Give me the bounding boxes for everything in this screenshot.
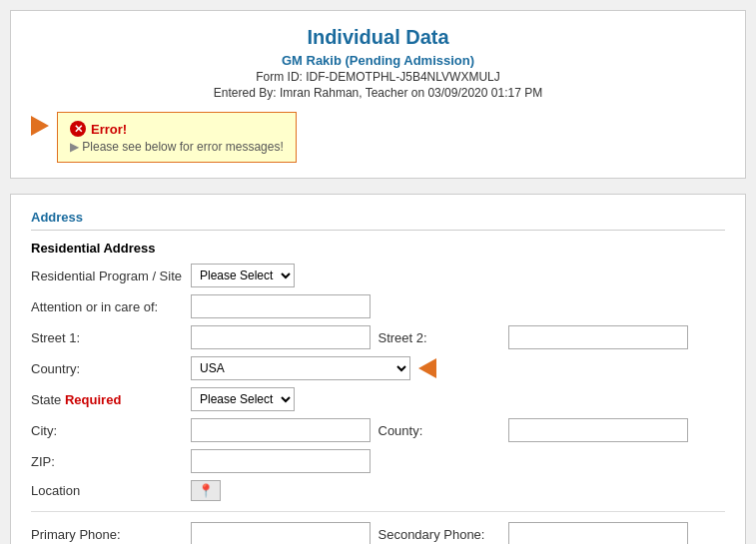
primary-phone-label: Primary Phone:	[31, 527, 191, 542]
state-select[interactable]: Please Select	[191, 387, 295, 411]
phone-row: Primary Phone: Secondary Phone:	[31, 522, 725, 544]
program-site-field: Please Select	[191, 264, 725, 287]
entered-by-label: Entered By:	[214, 86, 277, 100]
state-required-label: Required	[65, 392, 121, 407]
error-x-icon: ✕	[70, 121, 86, 137]
form-id-value: IDF-DEMOTPHL-J5B4NLVWXMULJ	[306, 70, 499, 84]
city-col: City:	[31, 418, 378, 442]
subsection-title: Residential Address	[31, 241, 725, 256]
page-title: Individual Data	[31, 26, 725, 49]
error-container: ✕ Error! Please see below for error mess…	[31, 112, 725, 163]
state-label: State Required	[31, 392, 191, 407]
country-row: Country: USA	[31, 356, 725, 380]
arrow-left-icon	[418, 358, 436, 378]
entered-by-line: Entered By: Imran Rahman, Teacher on 03/…	[31, 86, 725, 100]
attention-label: Attention or in care of:	[31, 299, 191, 314]
attention-input[interactable]	[191, 294, 371, 318]
error-title: ✕ Error!	[70, 121, 284, 137]
street1-label: Street 1:	[31, 330, 191, 345]
state-row: State Required Please Select	[31, 387, 725, 411]
arrow-right-icon	[31, 116, 49, 136]
secondary-phone-col: Secondary Phone:	[378, 522, 726, 544]
attention-field	[191, 294, 725, 318]
attention-row: Attention or in care of:	[31, 294, 725, 318]
street2-label: Street 2:	[378, 330, 508, 345]
country-label: Country:	[31, 361, 191, 376]
county-input[interactable]	[508, 418, 688, 442]
primary-phone-col: Primary Phone:	[31, 522, 378, 544]
country-select[interactable]: USA	[191, 356, 410, 380]
secondary-phone-input[interactable]	[508, 522, 688, 544]
form-id-line: Form ID: IDF-DEMOTPHL-J5B4NLVWXMULJ	[31, 70, 725, 84]
divider	[31, 511, 725, 512]
city-label: City:	[31, 423, 191, 438]
location-field: 📍	[191, 480, 725, 501]
location-row: Location 📍	[31, 480, 725, 501]
street1-col: Street 1:	[31, 325, 378, 349]
city-county-row: City: County:	[31, 418, 725, 442]
state-field: Please Select	[191, 387, 725, 411]
city-input[interactable]	[191, 418, 371, 442]
zip-input[interactable]	[191, 449, 371, 473]
county-label: County:	[378, 423, 508, 438]
program-site-select[interactable]: Please Select	[191, 264, 295, 287]
zip-field	[191, 449, 725, 473]
street1-input[interactable]	[191, 325, 371, 349]
street-row: Street 1: Street 2:	[31, 325, 725, 349]
entered-by-value: Imran Rahman, Teacher on 03/09/2020 01:1…	[280, 86, 542, 100]
pending-name: GM Rakib (Pending Admission)	[31, 53, 725, 68]
error-box: ✕ Error! Please see below for error mess…	[57, 112, 297, 163]
section-title: Address	[31, 210, 725, 231]
error-message: Please see below for error messages!	[70, 140, 284, 154]
zip-row: ZIP:	[31, 449, 725, 473]
form-id-label: Form ID:	[256, 70, 303, 84]
secondary-phone-label: Secondary Phone:	[378, 527, 508, 542]
zip-label: ZIP:	[31, 454, 191, 469]
primary-phone-input[interactable]	[191, 522, 371, 544]
top-card: Individual Data GM Rakib (Pending Admiss…	[10, 10, 746, 179]
location-label: Location	[31, 483, 191, 498]
street2-col: Street 2:	[378, 325, 726, 349]
street2-input[interactable]	[508, 325, 688, 349]
location-pin-icon: 📍	[198, 483, 214, 498]
program-site-label: Residential Program / Site	[31, 269, 191, 283]
county-col: County:	[378, 418, 726, 442]
location-button[interactable]: 📍	[191, 480, 221, 501]
program-site-row: Residential Program / Site Please Select	[31, 264, 725, 287]
address-card: Address Residential Address Residential …	[10, 194, 746, 544]
